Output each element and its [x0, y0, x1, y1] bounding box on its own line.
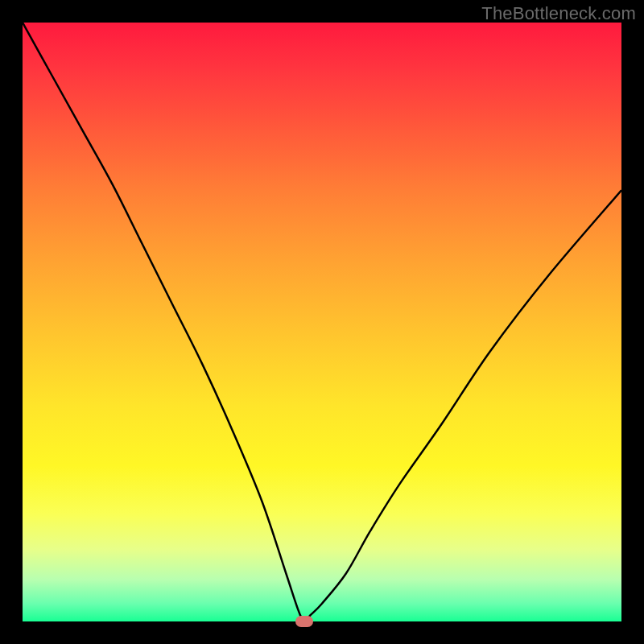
curve-path	[23, 23, 621, 621]
bottleneck-curve	[23, 23, 621, 621]
optimum-marker	[295, 616, 313, 627]
plot-area	[23, 23, 621, 621]
chart-frame: TheBottleneck.com	[0, 0, 644, 644]
watermark-text: TheBottleneck.com	[481, 3, 636, 24]
